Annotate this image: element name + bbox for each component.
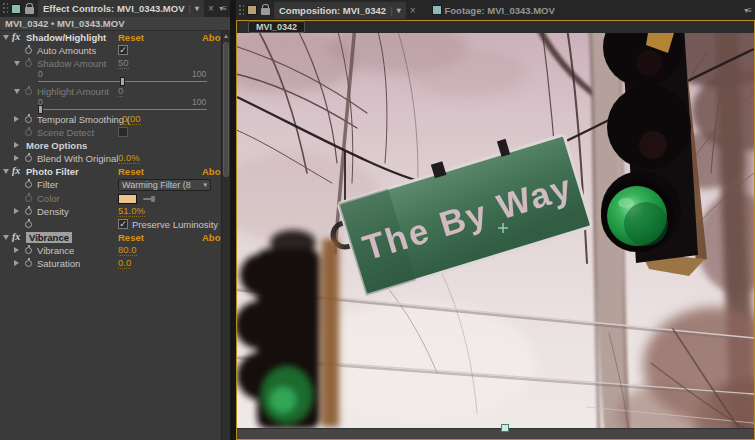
stopwatch-icon[interactable] — [25, 60, 32, 67]
panel-menu-icon[interactable]: ▾≡ — [744, 6, 751, 15]
twirl-down-icon[interactable] — [14, 61, 20, 66]
param-row-highlight-amount[interactable]: Highlight Amount 0 — [0, 85, 221, 98]
stopwatch-icon[interactable] — [25, 155, 32, 162]
stopwatch-icon[interactable] — [25, 221, 32, 228]
auto-amounts-checkbox[interactable]: ✓ — [118, 45, 128, 55]
about-link[interactable]: Abo — [202, 32, 221, 43]
fx-badge-icon[interactable]: fx — [12, 165, 20, 176]
param-label: Temporal Smoothing ( — [37, 114, 130, 125]
group-row-more-options[interactable]: More Options — [0, 139, 221, 152]
param-value[interactable]: 80.0 — [118, 245, 137, 256]
scrollbar-thumb[interactable] — [223, 42, 229, 177]
stopwatch-icon[interactable] — [25, 208, 32, 215]
slider-track[interactable] — [38, 81, 207, 82]
effect-header-photo-filter[interactable]: fx Photo Filter Reset Abo — [0, 165, 221, 178]
fx-badge-icon[interactable]: fx — [12, 31, 20, 42]
panel-gripper-icon[interactable] — [239, 5, 244, 16]
tab-footage[interactable]: Footage: MVI_0343.MOV — [432, 5, 555, 16]
twirl-right-icon[interactable] — [14, 260, 19, 266]
twirl-right-icon[interactable] — [14, 208, 19, 214]
effect-name[interactable]: Photo Filter — [26, 166, 79, 177]
twirl-right-icon[interactable] — [14, 142, 19, 148]
param-row-auto-amounts[interactable]: Auto Amounts ✓ — [0, 44, 221, 57]
param-label: Filter — [37, 179, 58, 190]
effect-header-shadow-highlight[interactable]: fx Shadow/Highlight Reset Abo — [0, 31, 221, 44]
reset-button[interactable]: Reset — [118, 166, 144, 177]
selected-effect-name[interactable]: Vibrance — [26, 232, 72, 243]
twirl-down-icon[interactable] — [3, 235, 9, 240]
preserve-luminosity-checkbox[interactable]: ✓ — [118, 219, 128, 229]
tab-caret-icon[interactable]: ▾ — [195, 4, 199, 13]
stopwatch-icon[interactable] — [25, 181, 32, 188]
param-row-density[interactable]: Density 51.0% — [0, 205, 221, 218]
twirl-right-icon[interactable] — [14, 155, 19, 161]
video-frame: The By Way — [237, 33, 754, 428]
param-value[interactable]: 0.0% — [118, 153, 140, 164]
effect-controls-scrollbar[interactable]: ▲ — [221, 31, 230, 440]
param-row-scene-detect[interactable]: Scene Detect — [0, 126, 221, 139]
param-label: Auto Amounts — [37, 45, 96, 56]
param-value[interactable]: 0.0 — [118, 258, 131, 269]
effect-source-breadcrumb: MVI_0342 • MVI_0343.MOV — [0, 17, 230, 31]
stopwatch-icon[interactable] — [25, 116, 32, 123]
param-row-blend-with-original[interactable]: Blend With Original 0.0% — [0, 152, 221, 165]
param-value[interactable]: 50 — [118, 58, 129, 69]
color-swatch[interactable] — [118, 194, 137, 204]
param-label: Preserve Luminosity — [132, 219, 218, 230]
twirl-right-icon[interactable] — [14, 247, 19, 253]
twirl-down-icon[interactable] — [14, 89, 20, 94]
param-row-color[interactable]: Color — [0, 192, 221, 205]
composition-breadcrumb-button[interactable]: MVI_0342 — [248, 21, 305, 33]
param-row-saturation[interactable]: Saturation 0.0 — [0, 257, 221, 270]
layer-bottom-handle[interactable] — [501, 424, 509, 432]
stopwatch-icon[interactable] — [25, 88, 32, 95]
slider-range-labels: 0 100 — [0, 98, 221, 106]
fx-badge-icon[interactable]: fx — [12, 231, 20, 242]
param-row-filter[interactable]: Filter Warming Filter (8 ▾ — [0, 178, 221, 192]
stopwatch-icon[interactable] — [25, 129, 32, 136]
lock-icon[interactable] — [25, 7, 34, 14]
filter-dropdown[interactable]: Warming Filter (8 ▾ — [118, 179, 211, 191]
composition-viewport[interactable]: The By Way — [237, 33, 754, 428]
tab-composition[interactable]: Composition: MVI_0342 | ▾ — [274, 2, 406, 19]
tab-effect-controls-label: Effect Controls: MVI_0343.MOV — [43, 3, 184, 14]
scene-detect-checkbox[interactable] — [118, 127, 128, 137]
reset-button[interactable]: Reset — [118, 32, 144, 43]
param-value[interactable]: 0 — [118, 86, 123, 97]
stopwatch-icon[interactable] — [25, 260, 32, 267]
param-label: Highlight Amount — [37, 86, 109, 97]
panel-menu-icon[interactable]: ▾≡ — [219, 4, 226, 13]
param-row-temporal-smoothing[interactable]: Temporal Smoothing ( 0.00 — [0, 113, 221, 126]
highlight-amount-slider[interactable] — [0, 106, 221, 113]
close-panel-icon[interactable]: × — [410, 5, 416, 16]
param-row-preserve-luminosity[interactable]: ✓ Preserve Luminosity — [0, 218, 221, 231]
param-label: Vibrance — [37, 245, 74, 256]
eyedropper-icon[interactable] — [143, 196, 155, 202]
reset-button[interactable]: Reset — [118, 232, 144, 243]
twirl-down-icon[interactable] — [3, 169, 9, 174]
stopwatch-icon[interactable] — [25, 195, 32, 202]
panel-gripper-icon[interactable] — [3, 3, 8, 14]
twirl-down-icon[interactable] — [3, 35, 9, 40]
param-row-vibrance[interactable]: Vibrance 80.0 — [0, 244, 221, 257]
close-panel-icon[interactable]: × — [208, 3, 214, 14]
twirl-right-icon[interactable] — [14, 116, 19, 122]
tab-footage-label: Footage: MVI_0343.MOV — [445, 5, 555, 16]
param-value[interactable]: 51.0% — [118, 206, 145, 217]
param-row-shadow-amount[interactable]: Shadow Amount 50 — [0, 57, 221, 70]
lock-icon[interactable] — [261, 8, 270, 15]
scroll-up-icon[interactable]: ▲ — [222, 31, 230, 41]
about-link[interactable]: Abo — [202, 166, 221, 177]
param-value[interactable]: 0.00 — [122, 114, 141, 125]
tab-caret-icon[interactable]: ▾ — [397, 6, 401, 15]
about-link[interactable]: Abo — [202, 232, 221, 243]
effect-name[interactable]: Vibrance — [26, 232, 72, 243]
effect-header-vibrance[interactable]: fx Vibrance Reset Abo — [0, 231, 221, 244]
slider-track[interactable] — [38, 109, 207, 110]
composition-content: MVI_0342 — [236, 20, 755, 440]
stopwatch-icon[interactable] — [25, 47, 32, 54]
tab-effect-controls[interactable]: Effect Controls: MVI_0343.MOV | ▾ — [38, 0, 204, 17]
effect-name[interactable]: Shadow/Highlight — [26, 32, 106, 43]
stopwatch-icon[interactable] — [25, 247, 32, 254]
shadow-amount-slider[interactable] — [0, 78, 221, 85]
